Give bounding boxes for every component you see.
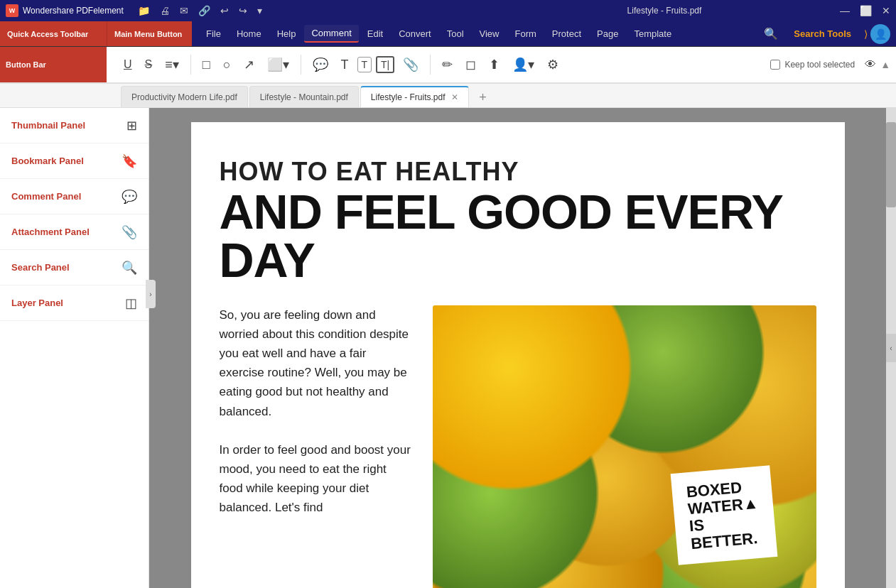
menu-home[interactable]: Home xyxy=(230,26,269,42)
tab-label-productivity: Productivity Modern Life.pdf xyxy=(131,92,237,102)
link-icon[interactable]: 🔗 xyxy=(198,5,210,16)
eraser-tool[interactable]: ◻ xyxy=(461,54,480,75)
search-tools-arrow-icon: ⟩ xyxy=(861,28,870,40)
pdf-paragraph-1: So, you are feeling down and worried abo… xyxy=(220,305,411,421)
user-avatar[interactable]: 👤 xyxy=(870,24,890,44)
comment-panel-item[interactable]: Comment Panel 💬 xyxy=(0,179,149,214)
text-field-tool[interactable]: T| xyxy=(376,56,394,73)
menu-help[interactable]: Help xyxy=(270,26,303,42)
maximize-button[interactable]: ⬜ xyxy=(860,5,872,16)
tab-label-fruits: Lifestyle - Fruits.pdf xyxy=(371,92,446,102)
search-panel-label: Search Panel xyxy=(11,262,122,273)
attachment-panel-icon: 📎 xyxy=(122,224,137,240)
menu-comment[interactable]: Comment xyxy=(304,25,358,43)
email-icon[interactable]: ✉ xyxy=(180,5,188,16)
right-collapse-arrow[interactable]: ‹ xyxy=(886,334,896,362)
app-icon: W xyxy=(6,4,18,17)
thumbnail-panel-item[interactable]: Thumbnail Panel ⊞ xyxy=(0,108,149,143)
pdf-image-column: BOXED WATER▲ IS BETTER. xyxy=(433,305,816,588)
eye-icon[interactable]: 👁 xyxy=(865,58,876,71)
tab-productivity[interactable]: Productivity Modern Life.pdf xyxy=(121,86,248,107)
menu-protect[interactable]: Protect xyxy=(545,26,588,42)
search-tools-label[interactable]: Search Tools xyxy=(784,26,861,42)
bookmark-panel-icon: 🔖 xyxy=(122,153,137,169)
redo-icon[interactable]: ↪ xyxy=(239,5,247,16)
text-tool[interactable]: T xyxy=(337,55,353,75)
separator-3 xyxy=(430,55,431,75)
menu-file[interactable]: File xyxy=(199,26,228,42)
window-controls[interactable]: — ⬜ ✕ xyxy=(840,5,890,16)
pdf-text-column: So, you are feeling down and worried abo… xyxy=(220,305,411,588)
menu-page[interactable]: Page xyxy=(590,26,625,42)
layer-panel-item[interactable]: Layer Panel ◫ xyxy=(0,285,149,321)
tab-close-icon[interactable]: ✕ xyxy=(451,92,458,102)
undo-icon[interactable]: ↩ xyxy=(220,5,229,16)
scroll-thumb[interactable] xyxy=(886,122,896,207)
tab-fruits[interactable]: Lifestyle - Fruits.pdf ✕ xyxy=(360,86,469,107)
add-tab-button[interactable]: + xyxy=(473,87,493,107)
tab-bar: Productivity Modern Life.pdf Lifestyle -… xyxy=(0,84,896,108)
fruits-image: BOXED WATER▲ IS BETTER. xyxy=(433,305,816,588)
menu-items: File Home Help Comment Edit Convert Tool… xyxy=(192,25,758,43)
comment-panel-icon: 💬 xyxy=(122,189,137,205)
search-panel-item[interactable]: Search Panel 🔍 xyxy=(0,250,149,285)
underline-tool[interactable]: U xyxy=(119,55,136,74)
boxed-water-label: BOXED WATER▲ IS BETTER. xyxy=(671,465,777,565)
button-bar-label: Button Bar xyxy=(0,47,107,82)
attachment-tool[interactable]: 📎 xyxy=(399,54,423,75)
panel-collapse-arrow[interactable]: › xyxy=(146,280,156,308)
main-area: Thumbnail Panel ⊞ Bookmark Panel 🔖 Comme… xyxy=(0,108,896,588)
comment-panel-label: Comment Panel xyxy=(11,191,122,202)
print-icon[interactable]: 🖨 xyxy=(160,5,170,16)
search-magnifier-icon[interactable]: 🔍 xyxy=(758,24,784,43)
pdf-paragraph-2: In order to feel good and boost your moo… xyxy=(220,440,411,518)
more-tool[interactable]: ⚙ xyxy=(543,54,563,75)
sticky-note-tool[interactable]: 💬 xyxy=(308,54,333,75)
bookmark-panel-label: Bookmark Panel xyxy=(11,156,122,166)
pdf-body-area: So, you are feeling down and worried abo… xyxy=(220,305,816,588)
menu-view[interactable]: View xyxy=(473,26,507,42)
strikethrough-tool[interactable]: S xyxy=(141,55,157,74)
attachment-panel-item[interactable]: Attachment Panel 📎 xyxy=(0,214,149,250)
ellipse-tool[interactable]: ○ xyxy=(219,55,235,75)
tab-label-mountain: Lifestyle - Mountain.pdf xyxy=(260,92,348,102)
menu-template[interactable]: Template xyxy=(627,26,679,42)
keep-tool-checkbox[interactable] xyxy=(770,60,780,70)
tab-mountain[interactable]: Lifestyle - Mountain.pdf xyxy=(249,86,359,107)
thumbnail-panel-label: Thumbnail Panel xyxy=(11,120,126,131)
pdf-content: HOW TO EAT HEALTHY AND FEEL GOOD EVERY D… xyxy=(191,122,845,588)
left-panel: Thumbnail Panel ⊞ Bookmark Panel 🔖 Comme… xyxy=(0,108,149,588)
bookmark-panel-item[interactable]: Bookmark Panel 🔖 xyxy=(0,143,149,179)
pen-tool[interactable]: ✏ xyxy=(438,54,457,75)
keep-tool-label: Keep tool selected xyxy=(784,60,855,70)
menu-tool[interactable]: Tool xyxy=(440,26,471,42)
text-box-tool[interactable]: T xyxy=(357,57,372,72)
layer-panel-icon: ◫ xyxy=(125,295,137,311)
button-bar: Button Bar U S ≡▾ □ ○ ↗ ⬜▾ 💬 T T T| 📎 ✏ … xyxy=(0,47,896,84)
menu-form[interactable]: Form xyxy=(508,26,544,42)
callout-tool[interactable]: ⬜▾ xyxy=(263,54,293,75)
signature-tool[interactable]: 👤▾ xyxy=(508,54,539,75)
collapse-button[interactable]: ▲ xyxy=(880,59,890,70)
title-bar: W Wondershare PDFelement 📁 🖨 ✉ 🔗 ↩ ↪ ▾ L… xyxy=(0,0,896,21)
close-button[interactable]: ✕ xyxy=(882,5,890,16)
vertical-scrollbar[interactable]: ‹ xyxy=(886,108,896,588)
pdf-heading-small: HOW TO EAT HEALTHY xyxy=(220,158,816,186)
doc-title: Lifestyle - Fruits.pdf xyxy=(489,6,840,16)
attachment-panel-label: Attachment Panel xyxy=(11,227,122,237)
main-menu-button[interactable]: Main Menu Button xyxy=(107,21,192,46)
stamp-tool[interactable]: ⬆ xyxy=(485,54,504,75)
search-panel-icon: 🔍 xyxy=(122,260,137,276)
minimize-button[interactable]: — xyxy=(840,5,850,16)
arrow-tool[interactable]: ↗ xyxy=(239,54,259,75)
menu-edit[interactable]: Edit xyxy=(360,26,390,42)
pdf-viewer[interactable]: HOW TO EAT HEALTHY AND FEEL GOOD EVERY D… xyxy=(149,108,886,588)
dropdown-icon[interactable]: ▾ xyxy=(257,5,262,16)
rectangle-tool[interactable]: □ xyxy=(198,55,215,75)
highlight-tool[interactable]: ≡▾ xyxy=(161,54,183,75)
menu-convert[interactable]: Convert xyxy=(392,26,438,42)
keep-tool-option: Keep tool selected 👁 xyxy=(770,58,876,71)
open-icon[interactable]: 📁 xyxy=(138,5,150,16)
pdf-heading-large: AND FEEL GOOD EVERY DAY xyxy=(220,187,816,284)
layer-panel-label: Layer Panel xyxy=(11,298,125,308)
